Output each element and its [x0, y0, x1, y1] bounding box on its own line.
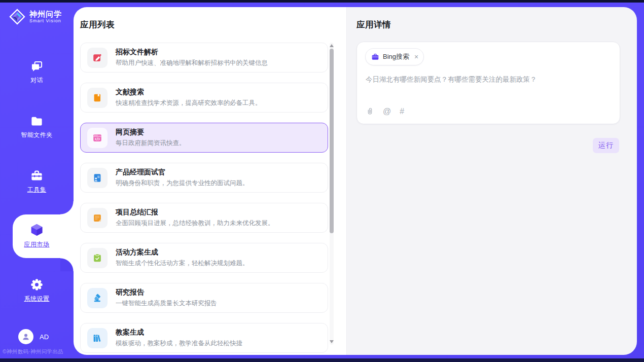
app-card-3[interactable]: 网页摘要 每日政府新闻资讯快查。 — [80, 123, 328, 153]
gear-icon — [30, 278, 44, 292]
hash-icon[interactable]: # — [400, 107, 404, 116]
app-card-description: 每日政府新闻资讯快查。 — [116, 139, 186, 148]
avatar — [18, 329, 33, 344]
app-card-title: 教案生成 — [116, 328, 242, 337]
app-card-4[interactable]: 产品经理面试官 明确身份和职责，为您提供专业性的面试问题。 — [80, 163, 328, 193]
brand: 神州问学 Smart Vision — [9, 9, 62, 25]
books-icon — [87, 328, 108, 348]
briefcase-icon — [371, 53, 379, 61]
app-list-panel: 应用列表 招标文件解析 帮助用户快速、准确地理解和解析招标书中的关键信息 文献搜… — [74, 7, 346, 355]
avatar-person-icon — [21, 332, 31, 342]
sidebar-item-chat[interactable]: 对话 — [0, 59, 74, 85]
app-card-title: 项目总结汇报 — [116, 208, 274, 217]
app-card-title: 文献搜索 — [116, 88, 262, 97]
user-name: AD — [40, 333, 49, 341]
sidebar-item-settings[interactable]: 系统设置 — [0, 278, 74, 303]
interview-doc-icon — [87, 168, 108, 188]
app-card-description: 一键智能生成高质量长文本研究报告 — [116, 299, 217, 308]
app-detail-title: 应用详情 — [356, 19, 391, 30]
sidebar-item-label: 系统设置 — [24, 295, 50, 303]
top-edge-bar — [0, 0, 644, 3]
edit-doc-icon — [87, 48, 108, 68]
app-card-5[interactable]: 项目总结汇报 全面回顾项目进展，总结经验教训，助力未来优化发展。 — [80, 203, 328, 233]
sidebar-item-app-market[interactable]: 应用市场 — [0, 223, 74, 249]
app-detail-panel: 应用详情 Bing搜索 × 今日湖北有哪些新闻要点？有哪些需要关注的最新政策？ — [346, 7, 637, 355]
microscope-icon — [87, 288, 108, 308]
app-card-1[interactable]: 招标文件解析 帮助用户快速、准确地理解和解析招标书中的关键信息 — [80, 43, 328, 73]
toolbox-icon — [30, 169, 44, 183]
mention-icon[interactable]: @ — [383, 107, 391, 116]
app-card-6[interactable]: 活动方案生成 智能生成个性化活动方案，轻松解决规划难题。 — [80, 243, 328, 273]
app-card-7[interactable]: 研究报告 一键智能生成高质量长文本研究报告 — [80, 283, 328, 313]
sidebar: 神州问学 Smart Vision 对话 智能文件夹 — [0, 3, 74, 358]
app-card-description: 智能生成个性化活动方案，轻松解决规划难题。 — [116, 259, 249, 268]
app-card-title: 研究报告 — [116, 288, 217, 297]
note-icon — [87, 208, 108, 228]
list-scrollbar[interactable] — [330, 43, 334, 345]
sidebar-item-label: 应用市场 — [24, 240, 50, 249]
scroll-up-arrow-icon[interactable] — [330, 44, 334, 47]
run-button[interactable]: 运行 — [593, 138, 619, 153]
copyright-text: ©神州数码·神州问学出品 — [3, 348, 74, 355]
sidebar-item-label: 对话 — [30, 76, 43, 85]
chat-icon — [30, 59, 44, 73]
app-list: 招标文件解析 帮助用户快速、准确地理解和解析招标书中的关键信息 文献搜索 快速精… — [80, 43, 328, 355]
book-icon — [87, 88, 108, 108]
app-card-8[interactable]: 教案生成 模板驱动，教案秒成，教学准备从此轻松快捷 — [80, 323, 328, 353]
scrollbar-thumb[interactable] — [330, 49, 334, 233]
app-card-title: 网页摘要 — [116, 128, 186, 137]
query-text-input[interactable]: 今日湖北有哪些新闻要点？有哪些需要关注的最新政策？ — [366, 75, 612, 85]
cube-icon — [29, 223, 44, 237]
sidebar-item-label: 工具集 — [27, 186, 47, 194]
clipboard-check-icon — [87, 248, 108, 268]
sidebar-item-toolset[interactable]: 工具集 — [0, 169, 74, 194]
sidebar-item-smart-folder[interactable]: 智能文件夹 — [0, 114, 74, 139]
app-card-description: 明确身份和职责，为您提供专业性的面试问题。 — [116, 179, 249, 188]
bottom-edge-bar — [0, 358, 644, 362]
app-card-description: 快速精准查找学术资源，提高研究效率的必备工具。 — [116, 99, 262, 107]
input-toolbar: @ # — [366, 107, 404, 116]
brand-subtitle: Smart Vision — [29, 18, 62, 24]
brand-logo-icon — [9, 9, 25, 25]
tool-chip-bing-search[interactable]: Bing搜索 × — [365, 48, 424, 65]
scroll-down-arrow-icon[interactable] — [330, 340, 334, 343]
sidebar-item-label: 智能文件夹 — [21, 131, 53, 139]
app-card-description: 帮助用户快速、准确地理解和解析招标书中的关键信息 — [116, 59, 268, 67]
app-list-title: 应用列表 — [80, 19, 115, 30]
attachment-icon[interactable] — [366, 107, 374, 116]
app-card-title: 活动方案生成 — [116, 248, 249, 257]
folder-icon — [30, 114, 44, 128]
chip-close-icon[interactable]: × — [414, 53, 418, 60]
prompt-input-card: Bing搜索 × 今日湖北有哪些新闻要点？有哪些需要关注的最新政策？ @ # — [356, 42, 620, 124]
tool-chip-label: Bing搜索 — [383, 52, 409, 61]
app-card-title: 招标文件解析 — [116, 48, 268, 57]
content-area: 应用列表 招标文件解析 帮助用户快速、准确地理解和解析招标书中的关键信息 文献搜… — [74, 7, 637, 355]
app-window: 神州问学 Smart Vision 对话 智能文件夹 — [0, 0, 644, 362]
web-code-icon — [87, 128, 108, 148]
app-card-description: 模板驱动，教案秒成，教学准备从此轻松快捷 — [116, 339, 242, 348]
app-card-title: 产品经理面试官 — [116, 168, 249, 177]
user-account[interactable]: AD — [18, 329, 49, 344]
brand-title: 神州问学 — [29, 10, 62, 18]
app-card-description: 全面回顾项目进展，总结经验教训，助力未来优化发展。 — [116, 219, 274, 228]
app-card-2[interactable]: 文献搜索 快速精准查找学术资源，提高研究效率的必备工具。 — [80, 83, 328, 113]
